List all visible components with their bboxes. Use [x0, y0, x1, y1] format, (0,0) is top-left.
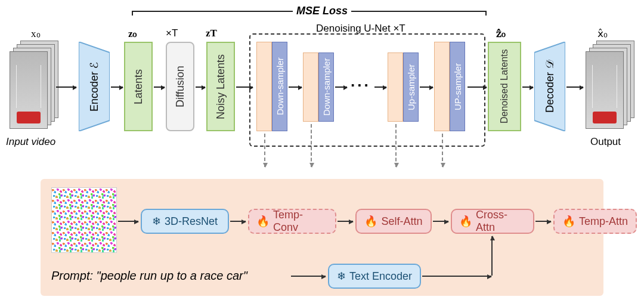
prompt-label: Prompt: [51, 269, 97, 282]
arrow-lat-diff [154, 86, 165, 88]
down-sampler-1-label: Down-sampler [272, 42, 287, 131]
arrow-enc-lat [111, 86, 123, 88]
arrow-p1 [230, 221, 246, 222]
denoised-latents-block: Denoised Latents [488, 42, 521, 131]
arrow-diff-noisy [196, 86, 205, 88]
snow-icon: ❄ [152, 215, 161, 228]
arrow-text-arm [422, 276, 491, 277]
unet-up-2: UP-sampler [434, 42, 465, 131]
selfattn-label: Self-Attn [381, 215, 422, 228]
noisy-latents-label: Noisy Latents [206, 42, 235, 131]
crossattn-label: Cross-Attn [476, 209, 526, 234]
encoder-label: Encoder ℰ [79, 42, 110, 131]
noisy-latents-block: Noisy Latents [206, 42, 235, 131]
fire-icon: 🔥 [459, 215, 472, 228]
latents-block: Latents [124, 42, 153, 131]
fire-icon: 🔥 [256, 215, 270, 228]
arrow-denoised-dec [522, 86, 533, 88]
arrow-u3 [374, 86, 386, 88]
tempattn-block: 🔥 Temp-Attn [553, 209, 637, 234]
resnet-label: 3D-ResNet [165, 215, 218, 228]
input-video-frames [10, 41, 60, 132]
fire-icon: 🔥 [364, 215, 377, 228]
tempconv-block: 🔥 Temp-Conv [248, 209, 336, 234]
snow-icon: ❄ [337, 270, 346, 283]
resnet-block: ❄ 3D-ResNet [141, 209, 229, 234]
unet-down-1: Down-sampler [256, 42, 287, 131]
textenc-label: Text Encoder [349, 270, 412, 283]
selfattn-block: 🔥 Self-Attn [355, 209, 432, 234]
prompt-row: Prompt: "people run up to a race car" [51, 269, 247, 283]
arrow-dec-output [566, 86, 583, 88]
dashed-arrow-2 [311, 124, 312, 167]
encoder-block: Encoder ℰ [79, 42, 110, 131]
up-sampler-2-label: UP-sampler [450, 42, 465, 131]
decoder-label: Decoder 𝒟 [534, 42, 565, 131]
unet-up-1: Up-sampler [388, 52, 419, 122]
noise-thumbnail [51, 187, 117, 253]
latents-label: Latents [124, 42, 153, 131]
arrow-text-up [491, 236, 493, 276]
unet-dots: ··· [351, 76, 371, 95]
crossattn-block: 🔥 Cross-Attn [451, 209, 534, 234]
detail-panel: ❄ 3D-ResNet 🔥 Temp-Conv 🔥 Self-Attn 🔥 Cr… [41, 179, 603, 296]
arrow-noise-resnet [118, 221, 138, 222]
arrow-prompt-textenc [291, 276, 326, 277]
arrow-u4 [420, 86, 433, 88]
dashed-arrow-4 [442, 134, 443, 167]
down-sampler-2-label: Down-sampler [318, 52, 334, 122]
arrow-unet-denoised [467, 86, 487, 88]
dashed-arrow-3 [395, 124, 397, 167]
dashed-arrow-1 [264, 134, 265, 167]
tempconv-label: Temp-Conv [273, 209, 328, 234]
tempattn-label: Temp-Attn [579, 215, 628, 228]
arrow-u1 [289, 86, 302, 88]
diffusion-block: Diffusion [166, 42, 194, 131]
arrow-input-encoder [56, 86, 76, 88]
decoder-block: Decoder 𝒟 [534, 42, 565, 131]
arrow-p4 [535, 221, 551, 222]
output-label: Output [590, 136, 621, 148]
prompt-text: "people run up to a race car" [97, 269, 247, 282]
pipeline-row: Input video Encoder ℰ Latents Diffusion … [12, 6, 632, 155]
arrow-p2 [338, 221, 353, 222]
input-video-label: Input video [6, 136, 55, 148]
fire-icon: 🔥 [562, 215, 575, 228]
denoised-latents-label: Denoised Latents [488, 42, 521, 131]
arrow-p3 [433, 221, 448, 222]
arrow-u2 [335, 86, 347, 88]
textenc-block: ❄ Text Encoder [328, 264, 421, 289]
diffusion-label: Diffusion [166, 42, 194, 131]
output-video-frames [586, 41, 636, 132]
up-sampler-1-label: Up-sampler [403, 52, 419, 122]
unet-down-2: Down-sampler [303, 52, 334, 122]
